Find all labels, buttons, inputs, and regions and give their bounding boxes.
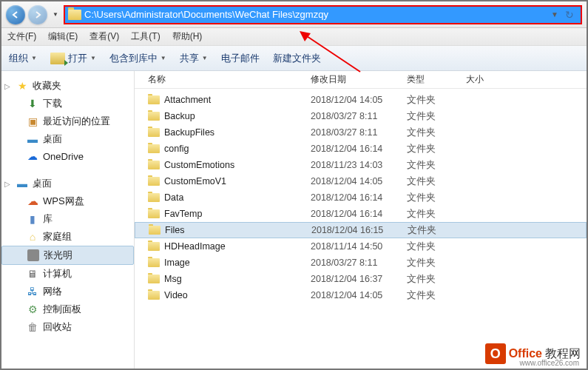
file-type: 文件夹 bbox=[401, 289, 460, 302]
refresh-icon[interactable]: ↻ bbox=[561, 7, 578, 23]
sidebar-downloads[interactable]: ⬇下载 bbox=[1, 95, 134, 112]
file-row[interactable]: Data2018/12/04 16:14文件夹 bbox=[135, 189, 587, 206]
file-name: Data bbox=[164, 192, 183, 203]
folder-icon bbox=[148, 144, 160, 153]
folder-icon bbox=[148, 209, 160, 218]
organize-button[interactable]: 组织▼ bbox=[9, 52, 37, 65]
sidebar-recyclebin[interactable]: 🗑回收站 bbox=[1, 318, 134, 336]
email-button[interactable]: 电子邮件 bbox=[221, 52, 260, 65]
menu-help[interactable]: 帮助(H) bbox=[172, 30, 203, 43]
file-type: 文件夹 bbox=[401, 110, 460, 123]
sidebar-wps[interactable]: ☁WPS网盘 bbox=[1, 192, 134, 210]
file-name: config bbox=[164, 144, 189, 154]
file-name: CustomEmotions bbox=[164, 160, 234, 170]
history-dropdown[interactable]: ▼ bbox=[50, 7, 61, 23]
file-name: HDHeadImage bbox=[164, 241, 226, 252]
column-name[interactable]: 名称 bbox=[142, 73, 305, 86]
menu-view[interactable]: 查看(V) bbox=[89, 30, 119, 43]
folder-icon bbox=[148, 95, 160, 104]
recyclebin-icon: 🗑 bbox=[27, 321, 38, 333]
address-dropdown-icon[interactable]: ▼ bbox=[551, 10, 558, 18]
wps-icon: ☁ bbox=[27, 195, 38, 207]
file-row[interactable]: config2018/12/04 16:14文件夹 bbox=[135, 141, 587, 157]
folder-icon bbox=[148, 291, 160, 300]
file-date: 2018/12/04 16:14 bbox=[305, 144, 401, 154]
folder-icon bbox=[148, 128, 160, 137]
file-type: 文件夹 bbox=[402, 224, 461, 237]
forward-button[interactable] bbox=[28, 5, 47, 24]
file-row[interactable]: Files2018/12/04 16:15文件夹 bbox=[135, 222, 587, 238]
desktop-icon: ▬ bbox=[16, 178, 28, 189]
menu-file[interactable]: 文件(F) bbox=[7, 30, 36, 43]
folder-icon bbox=[148, 193, 160, 202]
file-row[interactable]: HDHeadImage2018/11/14 14:50文件夹 bbox=[135, 238, 587, 255]
include-button[interactable]: 包含到库中▼ bbox=[109, 52, 166, 65]
file-date: 2018/12/04 14:05 bbox=[305, 176, 401, 186]
share-button[interactable]: 共享▼ bbox=[180, 52, 208, 65]
file-date: 2018/03/27 8:11 bbox=[305, 111, 401, 121]
file-type: 文件夹 bbox=[401, 257, 460, 269]
file-row[interactable]: CustomEmotions2018/11/23 14:03文件夹 bbox=[135, 157, 587, 173]
file-type: 文件夹 bbox=[401, 94, 460, 107]
file-row[interactable]: Attachment2018/12/04 14:05文件夹 bbox=[135, 92, 587, 108]
star-icon: ★ bbox=[16, 80, 28, 92]
file-type: 文件夹 bbox=[401, 208, 460, 221]
menu-tools[interactable]: 工具(T) bbox=[131, 30, 160, 43]
file-date: 2018/11/14 14:50 bbox=[305, 241, 401, 252]
folder-icon bbox=[148, 177, 160, 186]
file-name: Image bbox=[164, 258, 190, 268]
folder-icon bbox=[68, 10, 81, 20]
sidebar-network[interactable]: 🖧网络 bbox=[1, 283, 134, 300]
desktop-icon: ▬ bbox=[27, 133, 38, 145]
folder-icon bbox=[149, 226, 160, 235]
column-date[interactable]: 修改日期 bbox=[305, 73, 401, 86]
sidebar-library[interactable]: ▮库 bbox=[1, 210, 134, 228]
recent-icon: ▣ bbox=[27, 115, 38, 127]
file-date: 2018/12/04 14:05 bbox=[305, 95, 401, 105]
sidebar-recent[interactable]: ▣最近访问的位置 bbox=[1, 112, 134, 130]
address-bar[interactable]: C:\Users\Administrator\Documents\WeChat … bbox=[64, 5, 582, 24]
file-row[interactable]: FavTemp2018/12/04 16:14文件夹 bbox=[135, 206, 587, 222]
sidebar-control[interactable]: ⚙控制面板 bbox=[1, 300, 134, 318]
sidebar: ▷★收藏夹 ⬇下载 ▣最近访问的位置 ▬桌面 ☁OneDrive ▷▬桌面 ☁W… bbox=[1, 71, 135, 369]
sidebar-onedrive[interactable]: ☁OneDrive bbox=[1, 148, 134, 164]
sidebar-computer[interactable]: 🖥计算机 bbox=[1, 265, 134, 283]
sidebar-favorites[interactable]: ▷★收藏夹 bbox=[1, 77, 134, 95]
file-date: 2018/12/04 16:14 bbox=[305, 209, 401, 219]
file-date: 2018/03/27 8:11 bbox=[305, 127, 401, 138]
library-icon: ▮ bbox=[27, 213, 38, 225]
watermark-url: www.office26.com bbox=[520, 359, 579, 367]
folder-icon bbox=[148, 242, 160, 251]
back-button[interactable] bbox=[6, 5, 25, 24]
sidebar-desktop2[interactable]: ▷▬桌面 bbox=[1, 175, 134, 192]
file-row[interactable]: Backup2018/03/27 8:11文件夹 bbox=[135, 108, 587, 124]
file-row[interactable]: Msg2018/12/04 16:37文件夹 bbox=[135, 271, 587, 287]
sidebar-user[interactable]: 张光明 bbox=[1, 246, 134, 265]
watermark-logo: O bbox=[485, 343, 506, 364]
column-size[interactable]: 大小 bbox=[460, 73, 512, 86]
open-button[interactable]: 打开 ▼ bbox=[50, 52, 96, 65]
file-row[interactable]: Video2018/12/04 14:05文件夹 bbox=[135, 287, 587, 303]
homegroup-icon: ⌂ bbox=[27, 231, 38, 243]
open-icon bbox=[50, 53, 65, 64]
folder-icon bbox=[148, 112, 160, 121]
sidebar-homegroup[interactable]: ⌂家庭组 bbox=[1, 228, 134, 246]
file-date: 2018/03/27 8:11 bbox=[305, 258, 401, 268]
file-row[interactable]: BackupFiles2018/03/27 8:11文件夹 bbox=[135, 124, 587, 141]
file-name: Files bbox=[165, 225, 184, 235]
new-folder-button[interactable]: 新建文件夹 bbox=[273, 52, 321, 65]
folder-icon bbox=[148, 275, 160, 283]
file-date: 2018/12/04 14:05 bbox=[305, 290, 401, 300]
file-date: 2018/12/04 16:37 bbox=[305, 274, 401, 284]
file-name: Attachment bbox=[164, 95, 211, 105]
file-row[interactable]: CustomEmoV12018/12/04 14:05文件夹 bbox=[135, 173, 587, 189]
download-icon: ⬇ bbox=[27, 98, 38, 110]
column-type[interactable]: 类型 bbox=[401, 73, 460, 86]
file-row[interactable]: Image2018/03/27 8:11文件夹 bbox=[135, 255, 587, 271]
file-date: 2018/12/04 16:15 bbox=[305, 225, 402, 235]
sidebar-desktop[interactable]: ▬桌面 bbox=[1, 130, 134, 148]
menu-edit[interactable]: 编辑(E) bbox=[48, 30, 78, 43]
file-type: 文件夹 bbox=[401, 175, 460, 188]
file-type: 文件夹 bbox=[401, 143, 460, 155]
file-name: Backup bbox=[164, 111, 195, 121]
